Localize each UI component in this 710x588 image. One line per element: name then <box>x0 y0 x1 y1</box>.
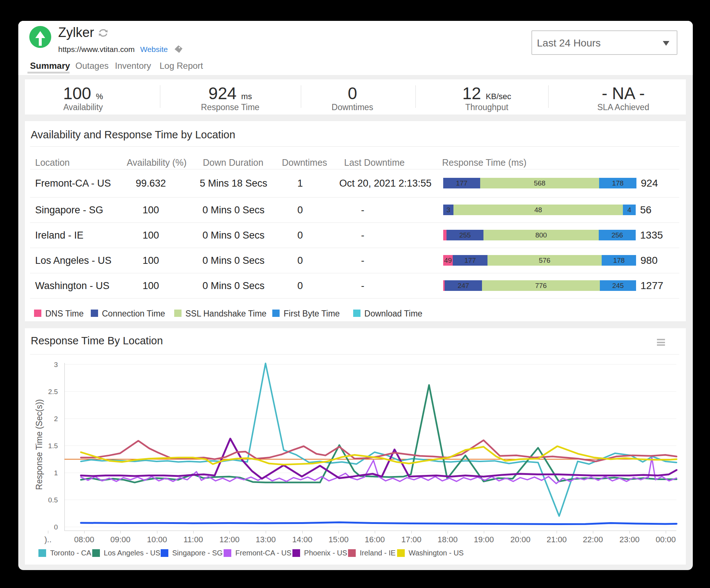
svg-text:10:00: 10:00 <box>147 535 167 544</box>
svg-text:21:00: 21:00 <box>546 535 567 544</box>
svg-text:22:00: 22:00 <box>583 535 603 544</box>
svg-text:14:00: 14:00 <box>292 535 312 544</box>
svg-text:20:00: 20:00 <box>510 535 530 544</box>
svg-text:0: 0 <box>54 523 58 531</box>
svg-text:18:00: 18:00 <box>437 535 457 544</box>
svg-text:00:00: 00:00 <box>655 535 676 544</box>
svg-text:19:00: 19:00 <box>474 535 494 544</box>
svg-text:13:00: 13:00 <box>255 535 276 544</box>
svg-text:)..: ).. <box>44 535 52 544</box>
svg-text:08:00: 08:00 <box>74 535 94 544</box>
svg-text:Response Time (Sec(s)): Response Time (Sec(s)) <box>34 399 44 490</box>
svg-text:3: 3 <box>54 361 58 368</box>
svg-text:15:00: 15:00 <box>328 535 348 544</box>
svg-text:23:00: 23:00 <box>619 535 639 544</box>
svg-text:1.5: 1.5 <box>48 442 58 450</box>
svg-text:11:00: 11:00 <box>183 535 203 544</box>
svg-text:12:00: 12:00 <box>219 535 239 544</box>
svg-text:2.5: 2.5 <box>48 388 58 396</box>
svg-text:16:00: 16:00 <box>365 535 385 544</box>
svg-text:2: 2 <box>54 415 58 423</box>
svg-text:0.5: 0.5 <box>48 496 58 504</box>
svg-text:1: 1 <box>54 469 58 477</box>
svg-text:17:00: 17:00 <box>401 535 421 544</box>
svg-text:09:00: 09:00 <box>110 535 130 544</box>
